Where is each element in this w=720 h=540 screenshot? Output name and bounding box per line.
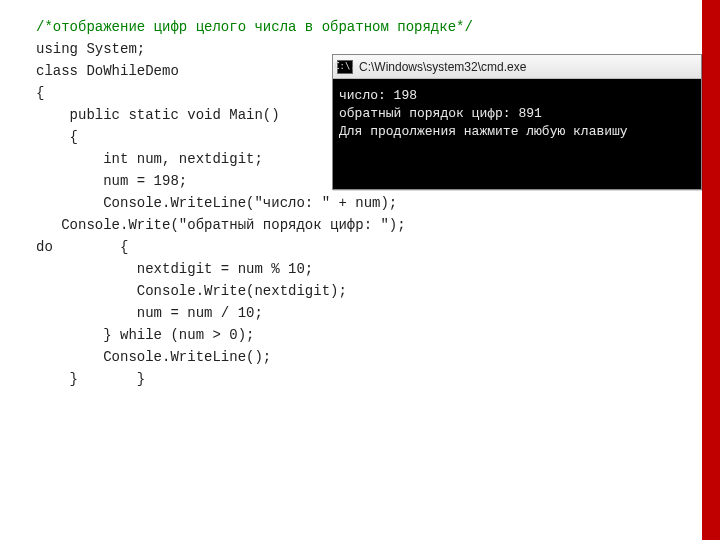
code-comment: /*отображение цифр целого числа в обратн… xyxy=(36,16,676,38)
code-line: num = num / 10; xyxy=(36,302,676,324)
cmd-output: число: 198 обратный порядок цифр: 891 Дл… xyxy=(333,79,701,189)
code-line: Console.WriteLine(); xyxy=(36,346,676,368)
cmd-window: C:\. C:\Windows\system32\cmd.exe число: … xyxy=(332,54,702,190)
code-line: } } xyxy=(36,368,676,390)
cmd-icon: C:\. xyxy=(337,60,353,74)
code-line: do { xyxy=(36,236,676,258)
code-line: Console.Write(nextdigit); xyxy=(36,280,676,302)
cmd-line: обратный порядок цифр: 891 xyxy=(339,106,542,121)
cmd-line: Для продолжения нажмите любую клавишу xyxy=(339,124,628,139)
code-line: } while (num > 0); xyxy=(36,324,676,346)
code-line: Console.WriteLine("число: " + num); xyxy=(36,192,676,214)
code-line: Console.Write("обратный порядок цифр: ")… xyxy=(36,214,676,236)
cmd-line: число: 198 xyxy=(339,88,417,103)
code-line: nextdigit = num % 10; xyxy=(36,258,676,280)
cmd-titlebar[interactable]: C:\. C:\Windows\system32\cmd.exe xyxy=(333,55,701,79)
cmd-title-text: C:\Windows\system32\cmd.exe xyxy=(359,56,526,78)
accent-bar xyxy=(702,0,720,540)
